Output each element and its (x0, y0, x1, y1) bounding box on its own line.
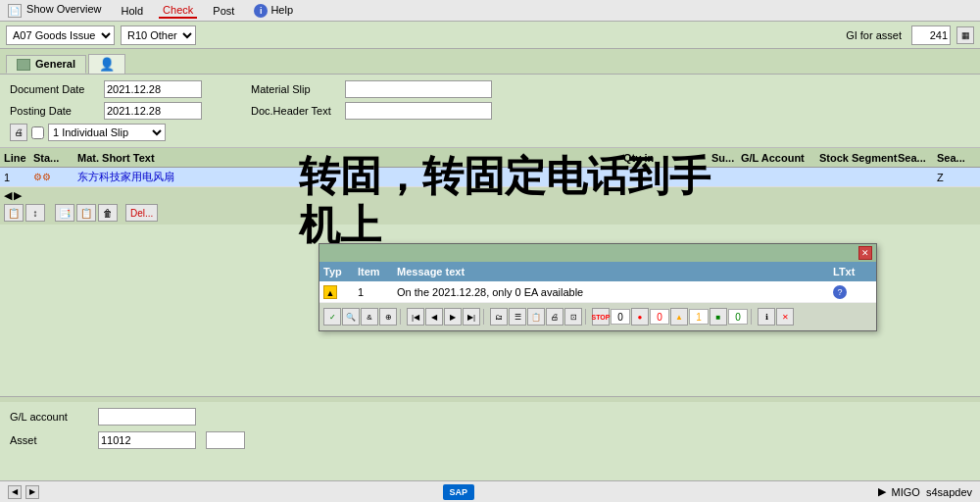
asset-label: Asset (10, 434, 88, 446)
gl-account-label: G/L account (10, 411, 88, 423)
big-text-overlay: 转固，转固定电话到手 机上 (299, 152, 710, 251)
dialog-ltxt: ? (833, 285, 872, 299)
paste-btn[interactable]: 📋 (76, 204, 96, 222)
dlg-btn-close2[interactable]: ✕ (776, 308, 794, 326)
dlg-btn-next[interactable]: ▶ (444, 308, 462, 326)
status-nav-icon: ▶ (878, 485, 886, 498)
status-nav-left[interactable]: ◀ (8, 485, 22, 499)
del-label[interactable]: Del... (125, 204, 158, 222)
scroll-left[interactable]: ◀ (4, 189, 12, 199)
dialog-col-item: Item (358, 266, 397, 277)
toolbar: A07 Goods Issue R10 Other GI for asset ▦ (0, 22, 980, 49)
dlg-btn-grid[interactable]: ⊡ (564, 308, 582, 326)
dialog-message: On the 2021.12.28, only 0 EA available (397, 286, 833, 298)
row-status: ⚙⚙ (33, 172, 77, 182)
col-stock-header: Stock Segment (819, 152, 898, 164)
general-tab-icon (17, 59, 30, 71)
doc-date-input[interactable] (104, 80, 202, 98)
gi-label: GI for asset (846, 29, 902, 41)
dlg-btn-first[interactable]: |◀ (407, 308, 424, 326)
delete-row-btn[interactable]: 🗑 (98, 204, 118, 222)
dlg-btn-copy2[interactable]: 📋 (527, 308, 545, 326)
status-right: ▶ MIGO s4sapdev (878, 485, 972, 498)
dialog-table-header: Typ Item Message text LTxt (319, 262, 876, 281)
dialog-toolbar: ✓ 🔍 & ⊕ |◀ ◀ ▶ ▶| 🗂 ☰ 📋 🖨 ⊡ STOP 0 ● 0 ▲… (319, 303, 876, 330)
dlg-badge-stop: 0 (611, 309, 630, 325)
mat-slip-input[interactable] (345, 80, 492, 98)
dialog-col-msg: Message text (397, 266, 833, 277)
gi-input[interactable] (911, 25, 951, 45)
asset-sub-input[interactable] (206, 431, 245, 449)
menu-show-overview[interactable]: 📄 Show Overview (4, 2, 105, 18)
main-tab-bar: General 👤 (0, 49, 980, 75)
tab-general[interactable]: General (6, 55, 86, 74)
doc-date-label: Document Date (10, 83, 98, 95)
status-bar: ◀ ▶ SAP ▶ MIGO s4sapdev (0, 480, 980, 502)
dlg-btn-triangle[interactable]: ▲ (670, 308, 688, 326)
tab-person[interactable]: 👤 (88, 54, 125, 74)
col-sea1-header: Sea... (898, 152, 937, 164)
add-row-btn[interactable]: 📋 (4, 204, 24, 222)
col-status-header: Sta... (33, 152, 77, 164)
print-btn[interactable]: 🖨 (10, 124, 27, 141)
system-name: MIGO (892, 486, 920, 498)
doc-header-label: Doc.Header Text (251, 105, 339, 117)
dlg-btn-search[interactable]: 🔍 (342, 308, 360, 326)
menu-check[interactable]: Check (159, 3, 197, 19)
dlg-btn-and[interactable]: & (361, 308, 378, 326)
message-dialog: ✕ Typ Item Message text LTxt ▲ 1 On the … (318, 243, 877, 331)
person-icon: 👤 (99, 57, 115, 72)
menu-hold[interactable]: Hold (117, 4, 147, 18)
dlg-badge-orange: 1 (689, 309, 709, 325)
row-mat-text: 东方科技家用电风扇 (77, 170, 195, 184)
goods-issue-dropdown[interactable]: A07 Goods Issue (6, 25, 115, 45)
gi-expand[interactable]: ▦ (956, 26, 974, 44)
dialog-row[interactable]: ▲ 1 On the 2021.12.28, only 0 EA availab… (319, 281, 876, 303)
reason-dropdown[interactable]: R10 Other (121, 25, 196, 45)
dlg-btn-print2[interactable]: 🖨 (546, 308, 564, 326)
mat-slip-label: Material Slip (251, 83, 339, 95)
col-su-header: Su... (711, 152, 741, 164)
dialog-item-num: 1 (358, 286, 397, 298)
dialog-close-btn[interactable]: ✕ (858, 246, 872, 260)
dlg-btn-stop[interactable]: STOP (592, 308, 610, 326)
dlg-btn-red-dot[interactable]: ● (631, 308, 649, 326)
slip-select[interactable]: 1 Individual Slip (48, 124, 166, 141)
doc-header-input[interactable] (345, 102, 492, 120)
col-sea2-header: Sea... (937, 152, 976, 164)
detail-area: G/L account Asset (0, 402, 980, 480)
gl-account-input[interactable] (98, 408, 196, 426)
dlg-badge-green: 0 (728, 309, 748, 325)
big-text-line1: 转固，转固定电话到手 (299, 152, 710, 201)
dlg-btn-check[interactable]: ✓ (323, 308, 341, 326)
posting-date-label: Posting Date (10, 105, 98, 117)
page-icon: 📄 (8, 4, 22, 18)
dlg-btn-list[interactable]: ☰ (509, 308, 526, 326)
menu-post[interactable]: Post (209, 4, 238, 18)
sort-btn[interactable]: ↕ (25, 204, 45, 222)
col-line-header: Line (4, 152, 33, 164)
server-name: s4sapdev (926, 486, 972, 498)
sap-logo: SAP (443, 484, 474, 500)
col-gl-header: G/L Account (741, 152, 819, 164)
menu-help[interactable]: i Help (250, 3, 297, 19)
col-mat-header: Mat. Short Text (77, 152, 195, 164)
status-nav-right[interactable]: ▶ (25, 485, 39, 499)
info-icon: i (254, 4, 268, 18)
dlg-badge-red: 0 (650, 309, 669, 325)
asset-input[interactable] (98, 431, 196, 449)
dlg-btn-last[interactable]: ▶| (463, 308, 480, 326)
scroll-right[interactable]: ▶ (14, 189, 22, 199)
dialog-col-typ: Typ (323, 266, 358, 277)
form-area: Document Date Material Slip Posting Date… (0, 75, 980, 148)
slip-checkbox[interactable] (31, 126, 44, 139)
dlg-btn-square[interactable]: ■ (710, 308, 727, 326)
dialog-col-ltxt: LTxt (833, 266, 872, 277)
dlg-btn-folder[interactable]: 🗂 (490, 308, 508, 326)
posting-date-input[interactable] (104, 102, 202, 120)
row-sea2: Z (937, 172, 976, 183)
dlg-btn-info[interactable]: ℹ (758, 308, 775, 326)
dlg-btn-plus[interactable]: ⊕ (379, 308, 397, 326)
dlg-btn-prev[interactable]: ◀ (425, 308, 443, 326)
copy-btn[interactable]: 📑 (55, 204, 74, 222)
